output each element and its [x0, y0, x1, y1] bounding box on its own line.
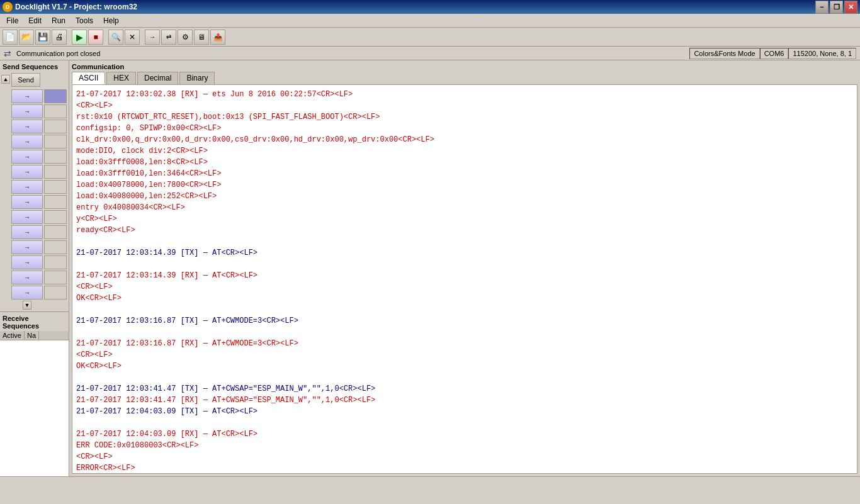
- minimize-button[interactable]: −: [815, 1, 829, 14]
- terminal-line: y<CR><LF>: [76, 213, 853, 225]
- terminal-line: <CR><LF>: [76, 100, 853, 111]
- toolbar-stop[interactable]: ■: [88, 30, 103, 45]
- terminal-line: rst:0x10 (RTCWDT_RTC_RESET),boot:0x13 (S…: [76, 111, 853, 123]
- terminal-line: <CR><LF>: [76, 281, 853, 293]
- terminal-line: [76, 372, 853, 383]
- toolbar-export[interactable]: 📤: [210, 30, 225, 45]
- toolbar-save[interactable]: 💾: [35, 30, 50, 45]
- toolbar-open[interactable]: 📂: [19, 30, 34, 45]
- terminal-line: 21-07-2017 12:04:03.09 [TX] — AT<CR><LF>: [76, 406, 853, 417]
- seq-color-12: [44, 255, 67, 269]
- toolbar-config2[interactable]: 🖥: [194, 30, 209, 45]
- terminal-line: 21-07-2017 12:03:16.87 [TX] — AT+CWMODE=…: [76, 315, 853, 327]
- terminal-line: 21-07-2017 12:03:16.87 [RX] — AT+CWMODE=…: [76, 338, 853, 349]
- scroll-up-arrow[interactable]: ▲: [1, 75, 10, 84]
- tab-ascii[interactable]: ASCII: [72, 72, 105, 84]
- terminal-line: [76, 304, 853, 315]
- seq-btn-6[interactable]: →: [11, 165, 43, 179]
- title-bar: D Docklight V1.7 - Project: wroom32 − ❐ …: [0, 0, 860, 14]
- toolbar-clear[interactable]: ✕: [125, 30, 140, 45]
- terminal-line: load:0x40078000,len:7800<CR><LF>: [76, 179, 853, 191]
- terminal-area[interactable]: 21-07-2017 12:03:02.38 [RX] — ets Jun 8 …: [72, 84, 857, 474]
- terminal-line: OK<CR><LF>: [76, 293, 853, 304]
- terminal-line: [76, 327, 853, 338]
- tab-binary[interactable]: Binary: [179, 72, 215, 84]
- receive-sequences-label: Receive Sequences: [0, 311, 69, 331]
- seq-btn-8[interactable]: →: [11, 195, 43, 209]
- seq-btn-13[interactable]: →: [11, 271, 43, 284]
- terminal-line: load:0x3fff0008,len:8<CR><LF>: [76, 157, 853, 168]
- seq-btn-11[interactable]: →: [11, 240, 43, 254]
- seq-color-2: [44, 104, 67, 118]
- send-btn-area: ▲ Send → → → → → → → → → → → →: [0, 72, 69, 311]
- terminal-line: mode:DIO, clock div:2<CR><LF>: [76, 145, 853, 157]
- seq-btn-1[interactable]: →: [11, 89, 43, 103]
- status-text: Communication port closed: [16, 50, 100, 57]
- toolbar-send1[interactable]: →: [145, 30, 160, 45]
- toolbar-send2[interactable]: ⇄: [161, 30, 176, 45]
- status-bar: ⇄ Communication port closed Colors&Fonts…: [0, 47, 860, 60]
- colors-fonts-mode: Colors&Fonts Mode: [689, 48, 759, 59]
- terminal-line: 21-07-2017 12:03:41.47 [RX] — AT+CWSAP="…: [76, 395, 853, 406]
- seq-color-3: [44, 120, 67, 133]
- seq-btn-5[interactable]: →: [11, 150, 43, 164]
- toolbar-search[interactable]: 🔍: [108, 30, 123, 45]
- terminal-line: [76, 259, 853, 270]
- terminal-line: 21-07-2017 12:03:41.47 [TX] — AT+CWSAP="…: [76, 383, 853, 395]
- seq-color-13: [44, 271, 67, 284]
- seq-btn-3[interactable]: →: [11, 120, 43, 133]
- scroll-down-arrow[interactable]: ▼: [23, 301, 31, 310]
- title-bar-title: Docklight V1.7 - Project: wroom32: [15, 3, 137, 11]
- recv-col-active: Active: [0, 331, 25, 340]
- send-button[interactable]: Send: [11, 73, 40, 87]
- seq-color-14: [44, 286, 67, 300]
- status-icon: ⇄: [4, 48, 11, 59]
- terminal-line: <CR><LF>: [76, 349, 853, 361]
- close-button[interactable]: ✕: [844, 1, 857, 14]
- terminal-line: clk_drv:0x00,q_drv:0x00,d_drv:0x00,cs0_d…: [76, 134, 853, 145]
- tab-decimal[interactable]: Decimal: [137, 72, 178, 84]
- terminal-line: 21-07-2017 12:03:14.39 [TX] — AT<CR><LF>: [76, 247, 853, 259]
- terminal-line: ERR CODE:0x01080003<CR><LF>: [76, 440, 853, 451]
- menu-run[interactable]: Run: [47, 15, 71, 26]
- seq-btn-7[interactable]: →: [11, 180, 43, 194]
- seq-color-1: [44, 89, 67, 103]
- seq-btn-12[interactable]: →: [11, 255, 43, 269]
- recv-area[interactable]: [0, 340, 69, 476]
- toolbar-new[interactable]: 📄: [3, 30, 18, 45]
- seq-color-4: [44, 135, 67, 148]
- terminal-line: load:0x40080000,len:252<CR><LF>: [76, 191, 853, 202]
- terminal-line: <CR><LF>: [76, 451, 853, 462]
- menu-file[interactable]: File: [1, 15, 23, 26]
- toolbar-config1[interactable]: ⚙: [178, 30, 193, 45]
- seq-btn-14[interactable]: →: [11, 286, 43, 300]
- send-sequences-label: Send Sequences: [0, 60, 69, 72]
- seq-color-9: [44, 210, 67, 224]
- toolbar: 📄 📂 💾 🖨 ▶ ■ 🔍 ✕ → ⇄ ⚙ 🖥 📤: [0, 28, 860, 47]
- comm-panel: Communication ASCII HEX Decimal Binary 2…: [69, 60, 860, 476]
- menu-tools[interactable]: Tools: [71, 15, 98, 26]
- settings-indicator: 115200, None, 8, 1: [788, 48, 856, 59]
- toolbar-print[interactable]: 🖨: [52, 30, 67, 45]
- terminal-line: OK<CR><LF>: [76, 361, 853, 372]
- toolbar-play[interactable]: ▶: [72, 30, 87, 45]
- seq-btn-2[interactable]: →: [11, 104, 43, 118]
- main-area: Send Sequences ▲ Send → → → → → → → →: [0, 60, 860, 476]
- seq-color-11: [44, 240, 67, 254]
- tab-hex[interactable]: HEX: [106, 72, 136, 84]
- recv-col-name: Na: [25, 331, 39, 340]
- title-bar-buttons: − ❐ ✕: [815, 1, 857, 14]
- restore-button[interactable]: ❐: [830, 1, 843, 14]
- seq-btn-10[interactable]: →: [11, 225, 43, 239]
- status-right: Colors&Fonts Mode COM6 115200, None, 8, …: [689, 48, 856, 59]
- seq-btn-9[interactable]: →: [11, 210, 43, 224]
- tab-bar: ASCII HEX Decimal Binary: [69, 72, 860, 84]
- terminal-line: [76, 417, 853, 428]
- seq-color-7: [44, 180, 67, 194]
- terminal-line: load:0x3fff0010,len:3464<CR><LF>: [76, 168, 853, 179]
- menu-help[interactable]: Help: [98, 15, 124, 26]
- menu-edit[interactable]: Edit: [23, 15, 47, 26]
- seq-btn-4[interactable]: →: [11, 135, 43, 148]
- bottom-bar: [0, 476, 860, 490]
- seq-color-8: [44, 195, 67, 209]
